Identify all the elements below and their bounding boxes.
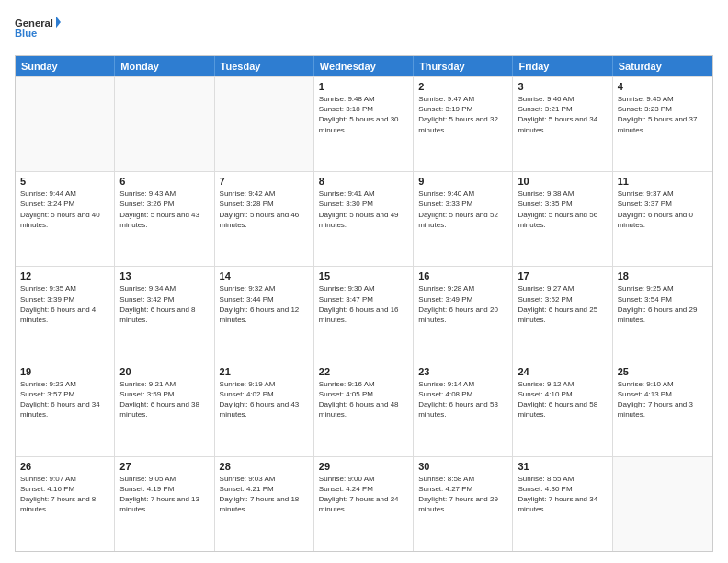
day-number: 31 (518, 461, 607, 472)
week-row-1: 1Sunrise: 9:48 AM Sunset: 3:18 PM Daylig… (16, 76, 712, 171)
calendar: SundayMondayTuesdayWednesdayThursdayFrid… (15, 55, 713, 552)
day-info: Sunrise: 9:16 AM Sunset: 4:05 PM Dayligh… (319, 379, 408, 420)
day-number: 2 (418, 81, 507, 92)
header-day-thursday: Thursday (414, 56, 513, 76)
day-info: Sunrise: 9:44 AM Sunset: 3:24 PM Dayligh… (20, 189, 109, 230)
day-number: 26 (20, 461, 109, 472)
day-cell-19: 19Sunrise: 9:23 AM Sunset: 3:57 PM Dayli… (16, 362, 115, 456)
day-info: Sunrise: 9:35 AM Sunset: 3:39 PM Dayligh… (20, 283, 109, 325)
day-cell-22: 22Sunrise: 9:16 AM Sunset: 4:05 PM Dayli… (314, 362, 414, 456)
day-number: 6 (119, 176, 209, 187)
day-number: 11 (618, 176, 708, 187)
day-info: Sunrise: 9:32 AM Sunset: 3:44 PM Dayligh… (220, 283, 309, 325)
day-number: 20 (119, 366, 209, 377)
empty-cell-0-2 (215, 77, 314, 171)
day-cell-14: 14Sunrise: 9:32 AM Sunset: 3:44 PM Dayli… (215, 267, 314, 361)
day-cell-23: 23Sunrise: 9:14 AM Sunset: 4:08 PM Dayli… (414, 362, 513, 456)
day-info: Sunrise: 9:38 AM Sunset: 3:35 PM Dayligh… (518, 189, 607, 230)
day-cell-9: 9Sunrise: 9:40 AM Sunset: 3:33 PM Daylig… (414, 172, 513, 266)
week-row-3: 12Sunrise: 9:35 AM Sunset: 3:39 PM Dayli… (16, 266, 712, 361)
week-row-5: 26Sunrise: 9:07 AM Sunset: 4:16 PM Dayli… (16, 456, 712, 551)
day-info: Sunrise: 9:10 AM Sunset: 4:13 PM Dayligh… (618, 379, 708, 420)
day-cell-8: 8Sunrise: 9:41 AM Sunset: 3:30 PM Daylig… (314, 172, 414, 266)
header-day-sunday: Sunday (16, 56, 115, 76)
day-cell-29: 29Sunrise: 9:00 AM Sunset: 4:24 PM Dayli… (314, 457, 414, 551)
day-number: 29 (319, 461, 408, 472)
day-number: 16 (418, 270, 507, 282)
day-number: 18 (618, 270, 708, 282)
day-cell-27: 27Sunrise: 9:05 AM Sunset: 4:19 PM Dayli… (115, 457, 214, 551)
day-info: Sunrise: 9:12 AM Sunset: 4:10 PM Dayligh… (518, 379, 607, 420)
page-header: General Blue (15, 11, 713, 48)
calendar-header: SundayMondayTuesdayWednesdayThursdayFrid… (16, 56, 712, 76)
week-row-4: 19Sunrise: 9:23 AM Sunset: 3:57 PM Dayli… (16, 362, 712, 456)
day-number: 14 (220, 270, 309, 282)
day-number: 17 (518, 270, 607, 282)
day-number: 13 (119, 270, 209, 282)
day-cell-5: 5Sunrise: 9:44 AM Sunset: 3:24 PM Daylig… (16, 172, 115, 266)
day-info: Sunrise: 9:00 AM Sunset: 4:24 PM Dayligh… (319, 474, 408, 515)
day-number: 4 (618, 81, 708, 92)
day-cell-10: 10Sunrise: 9:38 AM Sunset: 3:35 PM Dayli… (513, 172, 612, 266)
day-cell-2: 2Sunrise: 9:47 AM Sunset: 3:19 PM Daylig… (414, 77, 513, 171)
day-info: Sunrise: 9:14 AM Sunset: 4:08 PM Dayligh… (418, 379, 507, 420)
day-info: Sunrise: 9:03 AM Sunset: 4:21 PM Dayligh… (220, 474, 309, 515)
day-info: Sunrise: 9:30 AM Sunset: 3:47 PM Dayligh… (319, 283, 408, 325)
day-info: Sunrise: 9:40 AM Sunset: 3:33 PM Dayligh… (418, 189, 507, 230)
day-info: Sunrise: 9:47 AM Sunset: 3:19 PM Dayligh… (418, 94, 507, 135)
day-info: Sunrise: 9:27 AM Sunset: 3:52 PM Dayligh… (518, 283, 607, 325)
day-cell-16: 16Sunrise: 9:28 AM Sunset: 3:49 PM Dayli… (414, 267, 513, 361)
day-number: 30 (418, 461, 507, 472)
day-cell-3: 3Sunrise: 9:46 AM Sunset: 3:21 PM Daylig… (513, 77, 612, 171)
header-day-saturday: Saturday (613, 56, 712, 76)
header-day-monday: Monday (115, 56, 214, 76)
day-cell-15: 15Sunrise: 9:30 AM Sunset: 3:47 PM Dayli… (314, 267, 414, 361)
day-number: 28 (220, 461, 309, 472)
day-number: 7 (220, 176, 309, 187)
day-cell-24: 24Sunrise: 9:12 AM Sunset: 4:10 PM Dayli… (513, 362, 612, 456)
svg-marker-2 (56, 17, 61, 29)
day-info: Sunrise: 9:42 AM Sunset: 3:28 PM Dayligh… (220, 189, 309, 230)
day-number: 25 (618, 366, 708, 377)
day-cell-11: 11Sunrise: 9:37 AM Sunset: 3:37 PM Dayli… (613, 172, 712, 266)
day-info: Sunrise: 9:37 AM Sunset: 3:37 PM Dayligh… (618, 189, 708, 230)
day-info: Sunrise: 9:48 AM Sunset: 3:18 PM Dayligh… (319, 94, 408, 135)
day-number: 5 (20, 176, 109, 187)
day-cell-21: 21Sunrise: 9:19 AM Sunset: 4:02 PM Dayli… (215, 362, 314, 456)
day-number: 27 (119, 461, 209, 472)
week-row-2: 5Sunrise: 9:44 AM Sunset: 3:24 PM Daylig… (16, 171, 712, 266)
day-number: 10 (518, 176, 607, 187)
day-number: 24 (518, 366, 607, 377)
day-info: Sunrise: 9:43 AM Sunset: 3:26 PM Dayligh… (119, 189, 209, 230)
day-number: 1 (319, 81, 408, 92)
logo: General Blue (15, 11, 61, 48)
day-info: Sunrise: 9:07 AM Sunset: 4:16 PM Dayligh… (20, 474, 109, 515)
day-number: 21 (220, 366, 309, 377)
logo-svg: General Blue (15, 11, 61, 48)
empty-cell-0-0 (16, 77, 115, 171)
day-cell-18: 18Sunrise: 9:25 AM Sunset: 3:54 PM Dayli… (613, 267, 712, 361)
day-number: 9 (418, 176, 507, 187)
day-cell-26: 26Sunrise: 9:07 AM Sunset: 4:16 PM Dayli… (16, 457, 115, 551)
empty-cell-4-6 (613, 457, 712, 551)
day-number: 19 (20, 366, 109, 377)
day-info: Sunrise: 9:25 AM Sunset: 3:54 PM Dayligh… (618, 283, 708, 325)
day-info: Sunrise: 9:23 AM Sunset: 3:57 PM Dayligh… (20, 379, 109, 420)
day-number: 23 (418, 366, 507, 377)
day-cell-20: 20Sunrise: 9:21 AM Sunset: 3:59 PM Dayli… (115, 362, 214, 456)
day-number: 15 (319, 270, 408, 282)
day-cell-28: 28Sunrise: 9:03 AM Sunset: 4:21 PM Dayli… (215, 457, 314, 551)
day-number: 8 (319, 176, 408, 187)
day-info: Sunrise: 8:55 AM Sunset: 4:30 PM Dayligh… (518, 474, 607, 515)
calendar-body: 1Sunrise: 9:48 AM Sunset: 3:18 PM Daylig… (16, 76, 712, 551)
svg-text:Blue: Blue (15, 28, 37, 39)
day-info: Sunrise: 9:41 AM Sunset: 3:30 PM Dayligh… (319, 189, 408, 230)
header-day-tuesday: Tuesday (215, 56, 314, 76)
day-info: Sunrise: 9:45 AM Sunset: 3:23 PM Dayligh… (618, 94, 708, 135)
day-cell-6: 6Sunrise: 9:43 AM Sunset: 3:26 PM Daylig… (115, 172, 214, 266)
day-cell-17: 17Sunrise: 9:27 AM Sunset: 3:52 PM Dayli… (513, 267, 612, 361)
day-info: Sunrise: 9:21 AM Sunset: 3:59 PM Dayligh… (119, 379, 209, 420)
day-cell-30: 30Sunrise: 8:58 AM Sunset: 4:27 PM Dayli… (414, 457, 513, 551)
day-cell-12: 12Sunrise: 9:35 AM Sunset: 3:39 PM Dayli… (16, 267, 115, 361)
empty-cell-0-1 (115, 77, 214, 171)
